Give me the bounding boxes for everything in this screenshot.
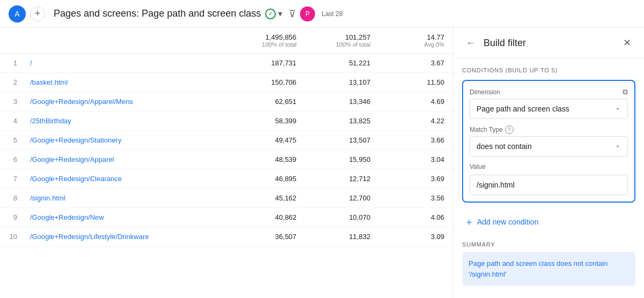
main-area: 1,495,856 100% of total 101,257 100% of …: [0, 28, 644, 298]
panel-header: ← Build filter ✕: [453, 28, 644, 58]
match-type-label-row: Match Type ?: [470, 125, 628, 134]
metric-v1: 45,162: [231, 189, 305, 208]
page-path-cell[interactable]: /Google+Redesign/Lifestyle/Drinkware: [21, 227, 231, 247]
table-area: 1,495,856 100% of total 101,257 100% of …: [0, 28, 453, 298]
metric-v2: 13,825: [305, 111, 379, 131]
table-row: 3 /Google+Redesign/Apparel/Mens 62,651 1…: [0, 92, 453, 111]
metric-v3: 4.06: [379, 208, 453, 227]
user-avatar[interactable]: A: [9, 5, 26, 23]
row-number: 8: [0, 189, 21, 208]
metric-v1: 49,475: [231, 131, 305, 150]
metric-v2: 11,832: [305, 227, 379, 247]
page-title-area: Pages and screens: Page path and screen …: [54, 6, 635, 21]
metric-v1: 36,507: [231, 227, 305, 247]
panel-back-button[interactable]: ←: [462, 34, 479, 51]
table-row: 2 /basket.html 150,706 13,107 11.50: [0, 73, 453, 92]
page-path-cell[interactable]: /25thBirthday: [21, 111, 231, 131]
metric-v1: 62,651: [231, 92, 305, 111]
row-number: 4: [0, 111, 21, 131]
table-row: 5 /Google+Redesign/Stationery 49,475 13,…: [0, 131, 453, 150]
row-number: 7: [0, 169, 21, 189]
panel-close-button[interactable]: ✕: [618, 34, 635, 51]
last-badge: Last 28: [321, 10, 342, 18]
value-label: Value: [470, 163, 486, 170]
summary-text: Page path and screen class does not cont…: [469, 259, 608, 278]
value-label-row: Value: [470, 163, 628, 170]
row-number: 3: [0, 92, 21, 111]
col2-header: 101,257 100% of total: [305, 28, 379, 54]
filter-area: ⊽ P: [289, 6, 315, 21]
row-number: 2: [0, 73, 21, 92]
metric-v2: 13,507: [305, 131, 379, 150]
row-number: 6: [0, 150, 21, 169]
title-dropdown-arrow[interactable]: ▾: [278, 9, 282, 19]
add-plus-icon: ＋: [464, 215, 474, 228]
col3-header: 14.77 Avg 0%: [379, 28, 453, 54]
conditions-label: CONDITIONS (BUILD UP TO 5): [462, 67, 635, 73]
dimension-label: Dimension: [470, 88, 500, 96]
data-table: 1,495,856 100% of total 101,257 100% of …: [0, 28, 453, 247]
dimension-select[interactable]: Page path and screen class: [470, 99, 628, 119]
metric-v1: 46,895: [231, 169, 305, 189]
metric-v1: 150,706: [231, 73, 305, 92]
table-row: 7 /Google+Redesign/Clearance 46,895 12,7…: [0, 169, 453, 189]
panel-body: CONDITIONS (BUILD UP TO 5) Dimension ⧉ P…: [453, 58, 644, 298]
right-panel: ← Build filter ✕ CONDITIONS (BUILD UP TO…: [453, 28, 644, 298]
metric-v1: 58,399: [231, 111, 305, 131]
metric-v2: 12,712: [305, 169, 379, 189]
metric-v2: 10,070: [305, 208, 379, 227]
metric-v2: 12,700: [305, 189, 379, 208]
metric-v1: 40,862: [231, 208, 305, 227]
add-condition-button[interactable]: ＋ Add new condition: [462, 211, 540, 233]
add-button[interactable]: +: [30, 6, 45, 21]
page-path-cell[interactable]: /Google+Redesign/Clearance: [21, 169, 231, 189]
col1-header: 1,495,856 100% of total: [231, 28, 305, 54]
condition-box: Dimension ⧉ Page path and screen class M…: [462, 80, 635, 203]
metric-v3: 3.04: [379, 150, 453, 169]
page-path-cell[interactable]: /Google+Redesign/Apparel/Mens: [21, 92, 231, 111]
table-row: 10 /Google+Redesign/Lifestyle/Drinkware …: [0, 227, 453, 247]
row-number: 1: [0, 54, 21, 73]
table-row: 1 / 187,731 51,221 3.67: [0, 54, 453, 73]
dimension-label-row: Dimension ⧉: [470, 87, 628, 96]
page-path-cell[interactable]: /Google+Redesign/New: [21, 208, 231, 227]
page-title: Pages and screens: Page path and screen …: [54, 8, 261, 19]
metric-v3: 11.50: [379, 73, 453, 92]
add-condition-label: Add new condition: [477, 218, 538, 226]
match-type-label: Match Type: [470, 126, 503, 133]
row-number: 10: [0, 227, 21, 247]
metric-v2: 13,346: [305, 92, 379, 111]
page-path-cell[interactable]: /Google+Redesign/Apparel: [21, 150, 231, 169]
table-row: 9 /Google+Redesign/New 40,862 10,070 4.0…: [0, 208, 453, 227]
metric-v3: 3.56: [379, 189, 453, 208]
page-path-cell[interactable]: /: [21, 54, 231, 73]
filter-icon[interactable]: ⊽: [289, 8, 296, 20]
table-row: 8 /signin.html 45,162 12,700 3.56: [0, 189, 453, 208]
page-path-cell[interactable]: /basket.html: [21, 73, 231, 92]
metric-v3: 4.69: [379, 92, 453, 111]
page-path-cell[interactable]: /signin.html: [21, 189, 231, 208]
metric-v2: 13,107: [305, 73, 379, 92]
summary-label: SUMMARY: [462, 241, 635, 248]
top-bar: A + Pages and screens: Page path and scr…: [0, 0, 644, 28]
row-number: 9: [0, 208, 21, 227]
table-row: 4 /25thBirthday 58,399 13,825 4.22: [0, 111, 453, 131]
table-row: 6 /Google+Redesign/Apparel 48,539 15,950…: [0, 150, 453, 169]
metric-v1: 187,731: [231, 54, 305, 73]
copy-icon[interactable]: ⧉: [623, 87, 628, 96]
panel-title: Build filter: [484, 38, 618, 49]
summary-box: Page path and screen class does not cont…: [462, 252, 635, 286]
metric-v1: 48,539: [231, 150, 305, 169]
verified-icon: ✓: [265, 9, 276, 19]
value-input[interactable]: [470, 175, 628, 195]
metric-v3: 3.69: [379, 169, 453, 189]
match-type-select[interactable]: containsdoes not containexactly matchesb…: [470, 136, 628, 157]
metric-v2: 15,950: [305, 150, 379, 169]
help-icon[interactable]: ?: [505, 125, 514, 134]
filter-p-avatar: P: [300, 6, 315, 21]
metric-v2: 51,221: [305, 54, 379, 73]
plus-icon: +: [35, 8, 41, 19]
metric-v3: 4.22: [379, 111, 453, 131]
page-path-cell[interactable]: /Google+Redesign/Stationery: [21, 131, 231, 150]
metric-v3: 3.66: [379, 131, 453, 150]
